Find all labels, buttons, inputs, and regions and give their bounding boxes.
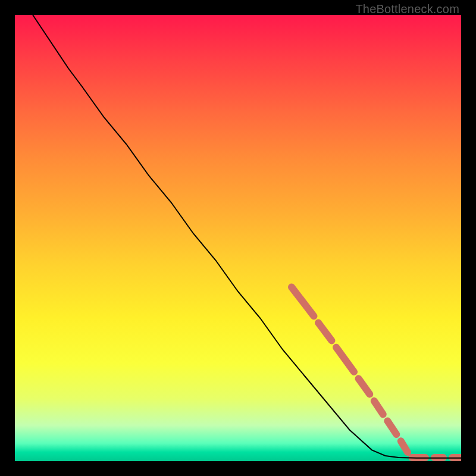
dash-segment (374, 401, 383, 415)
dash-segment (401, 441, 408, 452)
dash-segment (318, 323, 332, 341)
chart-stage: TheBottleneck.com (0, 0, 476, 476)
chart-overlay (15, 15, 461, 461)
plot-area (15, 15, 461, 461)
watermark-text: TheBottleneck.com (355, 2, 459, 16)
dash-segment (359, 378, 370, 394)
curve-line (33, 15, 461, 458)
dash-segment (292, 287, 314, 317)
dash-segment (387, 421, 396, 435)
dash-segment (336, 347, 354, 372)
dash-segments (292, 287, 461, 458)
